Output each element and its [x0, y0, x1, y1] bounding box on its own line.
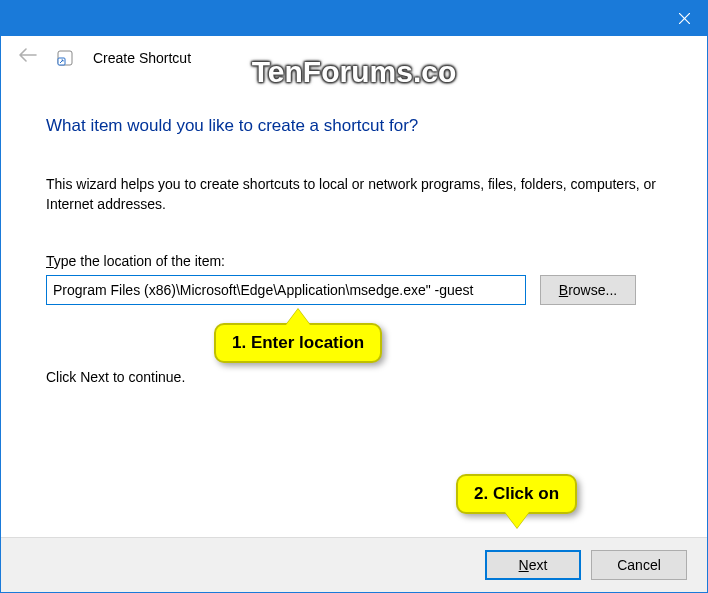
location-row: Browse...	[46, 275, 662, 305]
callout-arrow-icon	[286, 309, 310, 325]
callout-text: 1. Enter location	[232, 333, 364, 352]
wizard-header: Create Shortcut	[1, 36, 707, 96]
next-button[interactable]: Next	[485, 550, 581, 580]
header-title: Create Shortcut	[93, 50, 191, 66]
callout-arrow-icon	[505, 512, 529, 528]
location-input[interactable]	[46, 275, 526, 305]
back-arrow-icon[interactable]	[19, 46, 37, 67]
wizard-button-bar: Next Cancel	[1, 537, 707, 592]
location-label: Type the location of the item:	[46, 253, 662, 269]
cancel-button[interactable]: Cancel	[591, 550, 687, 580]
annotation-callout-2: 2. Click on	[456, 474, 577, 514]
page-heading: What item would you like to create a sho…	[46, 116, 662, 136]
continue-text: Click Next to continue.	[46, 369, 662, 385]
callout-text: 2. Click on	[474, 484, 559, 503]
page-description: This wizard helps you to create shortcut…	[46, 174, 662, 215]
browse-button[interactable]: Browse...	[540, 275, 636, 305]
window-titlebar	[1, 1, 707, 36]
annotation-callout-1: 1. Enter location	[214, 323, 382, 363]
close-button[interactable]	[661, 1, 707, 36]
close-icon	[679, 13, 690, 24]
shortcut-icon	[57, 50, 73, 66]
